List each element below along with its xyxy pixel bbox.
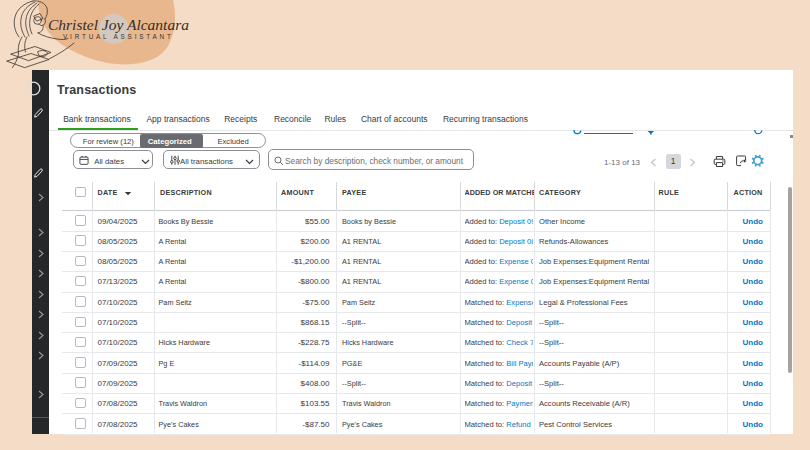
svg-text:VIRTUAL ASSISTANT: VIRTUAL ASSISTANT (63, 33, 174, 40)
svg-text:Christel Joy Alcantara: Christel Joy Alcantara (48, 16, 189, 33)
